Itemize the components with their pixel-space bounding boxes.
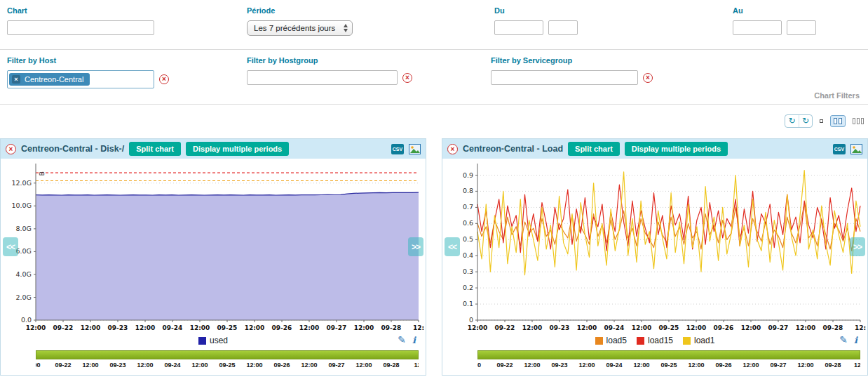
info-icon[interactable]: i bbox=[854, 335, 857, 345]
chart-tools: ✎ i bbox=[398, 334, 416, 345]
host-filter-input[interactable]: × Centreon-Central bbox=[7, 70, 154, 88]
host-filter-label: Filter by Host bbox=[7, 56, 169, 65]
svg-text:4.0G: 4.0G bbox=[16, 270, 32, 278]
split-chart-button[interactable]: Split chart bbox=[568, 142, 620, 156]
hostgroup-filter-input[interactable] bbox=[247, 70, 398, 85]
timeline-label: 09-24 bbox=[164, 362, 180, 369]
chart-tools: ✎ i bbox=[839, 334, 857, 345]
load-chart: 00.10.20.30.40.50.60.70.80.912:0009-2212… bbox=[444, 160, 866, 333]
legend-row: used ✎ i bbox=[2, 333, 424, 348]
legend-item[interactable]: load5 bbox=[595, 336, 627, 345]
timeline-label: 00 bbox=[477, 362, 481, 369]
au-date-input[interactable] bbox=[733, 20, 782, 35]
legend-item[interactable]: load15 bbox=[637, 336, 673, 345]
close-panel-icon[interactable]: × bbox=[6, 144, 16, 154]
select-stepper-icon bbox=[344, 24, 348, 32]
edit-pencil-icon[interactable]: ✎ bbox=[398, 334, 406, 345]
periode-filter-group: Période Les 7 précédents jours bbox=[247, 6, 353, 36]
periode-select[interactable]: Les 7 précédents jours bbox=[247, 20, 353, 36]
host-tag-label: Centreon-Central bbox=[25, 75, 83, 84]
panel-body: 0.02.0G4.0G6.0G8.0G10.0G12.0G12:0009-221… bbox=[1, 159, 426, 375]
timeline-labels: :0009-2212:0009-2312:0009-2412:0009-2512… bbox=[36, 362, 419, 371]
timeline-label: 09-26 bbox=[716, 362, 732, 369]
du-date-input[interactable] bbox=[494, 20, 543, 35]
host-filter-group: Filter by Host × Centreon-Central × bbox=[7, 56, 169, 88]
layout-three-columns-button[interactable] bbox=[853, 118, 864, 124]
legend-row: load5load15load1 ✎ i bbox=[444, 333, 866, 348]
legend-swatch-icon bbox=[637, 337, 644, 345]
legend-item[interactable]: used bbox=[198, 336, 228, 345]
timeline-label: 12:00 bbox=[633, 362, 649, 369]
timeline-label: 09-26 bbox=[274, 362, 290, 369]
timeline-label: 12:00 bbox=[797, 362, 813, 369]
panel-header: × Centreon-Central - Load Split chart Di… bbox=[442, 139, 867, 159]
svg-text:0.0: 0.0 bbox=[21, 316, 32, 324]
host-tag[interactable]: × Centreon-Central bbox=[9, 73, 90, 86]
svg-text:0.4: 0.4 bbox=[463, 251, 473, 259]
svg-text:09-27: 09-27 bbox=[768, 324, 789, 331]
info-icon[interactable]: i bbox=[412, 335, 416, 345]
refresh-controls: ↻ ↻ bbox=[785, 114, 813, 128]
timeline-label: :00 bbox=[36, 362, 41, 369]
svg-text:09-24: 09-24 bbox=[163, 324, 183, 331]
du-filter-group: Du bbox=[494, 6, 578, 35]
servicegroup-filter-input[interactable] bbox=[491, 70, 638, 85]
timeline-label: 12:00 bbox=[191, 362, 208, 369]
refresh-icon[interactable]: ↻ bbox=[785, 115, 799, 127]
export-csv-icon[interactable]: CSV bbox=[391, 144, 404, 154]
timeline-label: 12:00 bbox=[246, 362, 262, 369]
timeline-label: 09-23 bbox=[109, 362, 126, 369]
periode-label: Période bbox=[247, 6, 353, 15]
timeline-label: 12:00 bbox=[137, 362, 153, 369]
chart-filter-label: Chart bbox=[7, 6, 154, 15]
timeline-label: 12:00 bbox=[524, 362, 541, 369]
hostgroup-filter-label: Filter by Hostgroup bbox=[247, 56, 412, 65]
scroll-right-button[interactable]: >> bbox=[408, 237, 423, 256]
remove-tag-icon[interactable]: × bbox=[12, 75, 20, 84]
svg-text:09-22: 09-22 bbox=[53, 324, 74, 331]
clear-host-filter-icon[interactable]: × bbox=[159, 74, 169, 84]
timeline-label: 12:00 bbox=[83, 362, 99, 369]
du-time-input[interactable] bbox=[548, 20, 578, 35]
legend-item[interactable]: load1 bbox=[683, 336, 714, 345]
chart-panel-disk: × Centreon-Central - Disk-/ Split chart … bbox=[0, 138, 426, 376]
timeline-label: 09-27 bbox=[770, 362, 786, 369]
timeline-label: 12:00 bbox=[688, 362, 704, 369]
timeline-label: 12:00 bbox=[355, 362, 372, 369]
display-multiple-periods-button[interactable]: Display multiple periods bbox=[625, 142, 728, 156]
scroll-left-button[interactable]: << bbox=[3, 237, 18, 256]
auto-refresh-icon[interactable]: ↻ bbox=[799, 115, 812, 127]
scroll-right-button[interactable]: >> bbox=[850, 237, 865, 256]
svg-text:09-26: 09-26 bbox=[272, 324, 292, 331]
svg-text:12:00: 12:00 bbox=[299, 324, 320, 331]
display-multiple-periods-button[interactable]: Display multiple periods bbox=[186, 142, 289, 156]
clear-servicegroup-filter-icon[interactable]: × bbox=[643, 73, 653, 83]
svg-text:12:: 12: bbox=[855, 324, 866, 331]
layout-two-columns-button[interactable] bbox=[830, 115, 846, 127]
clear-hostgroup-filter-icon[interactable]: × bbox=[402, 73, 412, 83]
export-image-icon[interactable] bbox=[850, 144, 862, 154]
svg-text:09-22: 09-22 bbox=[495, 324, 515, 331]
timeline-label: 12: bbox=[414, 362, 419, 369]
chart-legend: used bbox=[198, 336, 228, 345]
export-image-icon[interactable] bbox=[409, 144, 421, 154]
svg-text:12:00: 12:00 bbox=[741, 324, 761, 331]
timeline-label: 09-24 bbox=[606, 362, 622, 369]
chart-filter-input[interactable] bbox=[7, 20, 154, 35]
timeline-bar[interactable] bbox=[477, 350, 860, 359]
export-csv-icon[interactable]: CSV bbox=[833, 144, 846, 154]
disk-usage-chart: 0.02.0G4.0G6.0G8.0G10.0G12.0G12:0009-221… bbox=[2, 160, 424, 333]
timeline-labels: 0009-2212:0009-2312:0009-2412:0009-2512:… bbox=[477, 362, 860, 371]
timeline-bar[interactable] bbox=[36, 350, 419, 359]
timeline-label: 09-22 bbox=[496, 362, 513, 369]
svg-text:09-23: 09-23 bbox=[550, 324, 570, 331]
scroll-left-button[interactable]: << bbox=[445, 237, 460, 256]
au-time-input[interactable] bbox=[787, 20, 816, 35]
edit-pencil-icon[interactable]: ✎ bbox=[839, 334, 848, 345]
split-chart-button[interactable]: Split chart bbox=[129, 142, 181, 156]
svg-text:12:00: 12:00 bbox=[26, 324, 46, 331]
svg-text:12:00: 12:00 bbox=[522, 324, 543, 331]
close-panel-icon[interactable]: × bbox=[447, 144, 458, 154]
layout-one-column-button[interactable] bbox=[820, 119, 823, 123]
legend-swatch-icon bbox=[683, 337, 691, 345]
